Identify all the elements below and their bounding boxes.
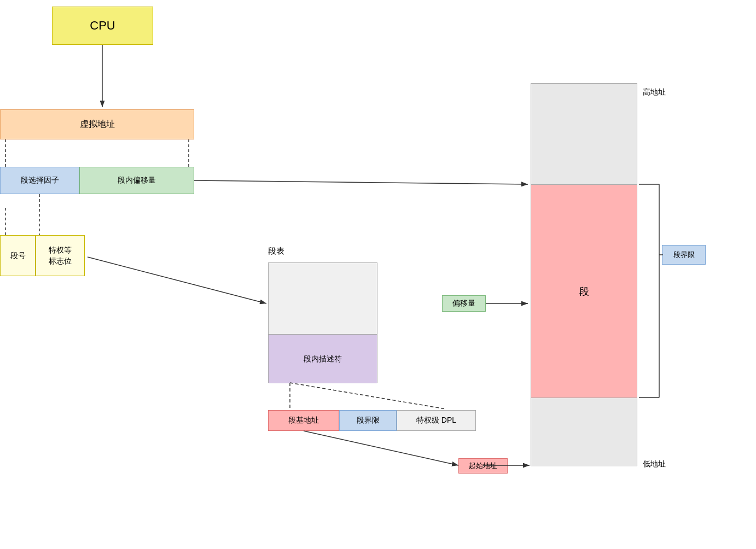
memory-segment: 段 <box>531 185 637 398</box>
segment-offset-box: 段内偏移量 <box>79 167 194 194</box>
start-address-badge: 起始地址 <box>458 458 508 474</box>
offset-to-memory-arrow <box>194 180 528 184</box>
segment-selector-label: 段选择因子 <box>21 176 59 185</box>
diagram: CPU 虚拟地址 段选择因子 段内偏移量 段号 特权等标志位 段表 段内描述符 … <box>0 0 756 549</box>
privilege-flag-box: 特权等标志位 <box>36 235 85 276</box>
segment-number-label: 段号 <box>10 251 26 261</box>
desc-base-box: 段基地址 <box>268 410 339 431</box>
segment-selector-box: 段选择因子 <box>0 167 79 194</box>
segment-descriptor-box: 段内描述符 <box>269 334 377 383</box>
memory-bottom <box>531 398 637 466</box>
virtual-address-label: 虚拟地址 <box>80 119 115 130</box>
cpu-box: CPU <box>52 7 153 45</box>
desc-dpl-box: 特权级 DPL <box>397 410 476 431</box>
desc-to-dpl-dashed <box>290 383 446 409</box>
memory-top <box>531 84 637 185</box>
segnum-to-table-arrow <box>88 257 266 303</box>
segment-offset-label: 段内偏移量 <box>118 176 156 185</box>
segment-table-top <box>269 263 377 334</box>
low-address-label: 低地址 <box>643 459 666 469</box>
desc-limit-box: 段界限 <box>339 410 397 431</box>
base-to-memory-arrow <box>304 431 458 465</box>
virtual-address-box: 虚拟地址 <box>0 109 194 139</box>
offset-badge: 偏移量 <box>442 295 486 312</box>
segment-descriptor-label: 段内描述符 <box>304 354 342 364</box>
privilege-flag-label: 特权等标志位 <box>49 245 72 266</box>
cpu-label: CPU <box>90 19 115 33</box>
segment-table-box: 段内描述符 <box>268 262 377 383</box>
desc-base-label: 段基地址 <box>288 416 319 425</box>
segment-number-box: 段号 <box>0 235 36 276</box>
memory-segment-label: 段 <box>579 285 589 298</box>
desc-limit-label: 段界限 <box>357 416 380 425</box>
desc-dpl-label: 特权级 DPL <box>416 416 456 425</box>
segment-table-label: 段表 <box>268 246 284 256</box>
memory-box: 段 <box>531 83 637 466</box>
high-address-label: 高地址 <box>643 87 666 97</box>
segment-limit-badge: 段界限 <box>662 245 706 265</box>
